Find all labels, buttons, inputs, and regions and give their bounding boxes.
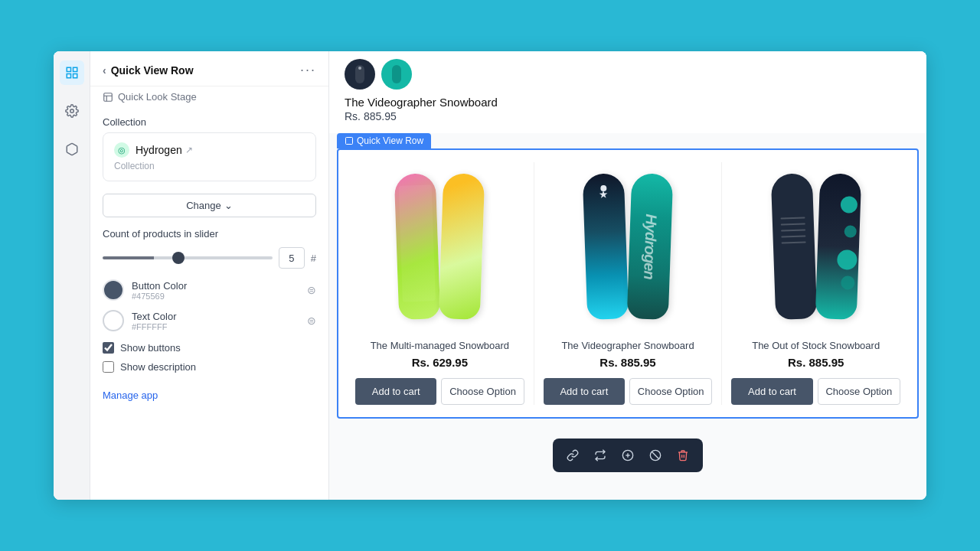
- text-color-label: Text Color: [132, 311, 177, 322]
- board-3-left: [770, 173, 817, 320]
- show-description-checkbox[interactable]: [103, 361, 114, 373]
- product-image-1: [355, 162, 524, 331]
- collection-sub-label: Collection: [114, 161, 305, 171]
- manage-app-link[interactable]: Manage app: [103, 390, 158, 401]
- product-image-2: ★ Hydrogen: [544, 162, 713, 331]
- product-buttons-2: Add to cart Choose Option: [544, 378, 713, 405]
- product-price-3: Rs. 885.95: [788, 356, 844, 369]
- toolbar-delete-btn[interactable]: [672, 445, 694, 466]
- text-color-info: Text Color #FFFFFF: [132, 311, 177, 331]
- product-count-slider[interactable]: [103, 256, 273, 259]
- products-section: The Multi-managed Snowboard Rs. 629.95 A…: [337, 148, 919, 419]
- text-color-swatch[interactable]: [103, 310, 124, 331]
- chevron-down-icon: ⌄: [224, 200, 233, 211]
- add-to-cart-button-3[interactable]: Add to cart: [731, 378, 812, 405]
- toolbar-move-btn[interactable]: [590, 445, 611, 466]
- quick-look-stage-label: Quick Look Stage: [118, 91, 197, 103]
- more-options-button[interactable]: ···: [300, 62, 316, 78]
- button-color-info: Button Color #475569: [132, 280, 187, 301]
- product-buttons-3: Add to cart Choose Option: [731, 378, 900, 405]
- button-color-hex: #475569: [132, 292, 187, 301]
- above-product-title: The Videographer Snowboard: [345, 96, 498, 109]
- text-color-row: Text Color #FFFFFF ⊜: [103, 310, 316, 331]
- svg-rect-8: [392, 65, 401, 83]
- button-color-left: Button Color #475569: [103, 279, 187, 301]
- sidebar-icon-strip: [54, 51, 90, 500]
- board-1-right: [439, 173, 485, 320]
- quick-look-stage: Quick Look Stage: [90, 86, 328, 110]
- board-1-left: [394, 173, 441, 320]
- button-color-swatch[interactable]: [103, 279, 124, 301]
- product-price-1: Rs. 629.95: [412, 356, 468, 369]
- toolbar-disable-btn[interactable]: [645, 445, 666, 466]
- back-arrow-icon[interactable]: ‹: [103, 64, 106, 77]
- show-description-label: Show description: [120, 361, 196, 373]
- avatar-dark: [345, 59, 375, 90]
- svg-rect-9: [346, 138, 353, 145]
- product-price-2: Rs. 885.95: [599, 356, 655, 369]
- button-color-row: Button Color #475569 ⊜: [103, 279, 316, 301]
- show-description-row[interactable]: Show description: [103, 361, 316, 373]
- quick-view-row-icon: [345, 136, 354, 145]
- svg-rect-3: [73, 74, 77, 78]
- board-3-right: [815, 173, 861, 320]
- main-content: The Videographer Snowboard Rs. 885.95 Qu…: [329, 51, 926, 500]
- show-buttons-row[interactable]: Show buttons: [103, 342, 316, 354]
- slider-unit: #: [311, 253, 316, 264]
- snowboard-outofstock: [773, 170, 859, 323]
- product-name-1: The Multi-managed Snowboard: [371, 340, 509, 351]
- product-card-3: The Out of Stock Snowboard Rs. 885.95 Ad…: [722, 162, 910, 405]
- avatar-teal: [381, 59, 412, 90]
- slider-label: Count of products in slider: [103, 228, 316, 240]
- external-link-icon[interactable]: ↗: [185, 145, 193, 155]
- main-wrapper: The Videographer Snowboard Rs. 885.95 Qu…: [329, 51, 926, 500]
- settings-icon-btn[interactable]: [60, 99, 84, 123]
- above-row: The Videographer Snowboard Rs. 885.95: [329, 51, 926, 133]
- toolbar-add-btn[interactable]: [617, 445, 639, 466]
- product-image-3: [731, 162, 900, 331]
- svg-rect-2: [67, 74, 70, 78]
- show-buttons-label: Show buttons: [120, 342, 181, 354]
- collection-card: ◎ Hydrogen ↗ Collection: [103, 132, 316, 181]
- manage-app-section: Manage app: [90, 373, 328, 402]
- products-grid: The Multi-managed Snowboard Rs. 629.95 A…: [346, 162, 910, 405]
- sidebar-header: ‹ Quick View Row ···: [90, 51, 328, 86]
- change-button[interactable]: Change ⌄: [103, 194, 316, 217]
- snowboard-multimanaged: [397, 170, 482, 323]
- board-2-left: ★: [583, 173, 629, 320]
- board-2-right: Hydrogen: [627, 173, 674, 320]
- layout-icon-btn[interactable]: [60, 60, 84, 85]
- text-color-db-icon[interactable]: ⊜: [307, 315, 316, 327]
- add-to-cart-button-2[interactable]: Add to cart: [544, 378, 625, 405]
- svg-point-7: [358, 67, 361, 70]
- choose-option-button-2[interactable]: Choose Option: [629, 378, 712, 405]
- button-color-label: Button Color: [132, 280, 187, 292]
- button-color-db-icon[interactable]: ⊜: [307, 284, 316, 296]
- snowboard-videographer: ★ Hydrogen: [585, 170, 671, 323]
- choose-option-button-3[interactable]: Choose Option: [818, 378, 900, 405]
- slider-value: 5: [279, 247, 305, 269]
- product-name-3: The Out of Stock Snowboard: [752, 340, 880, 351]
- svg-rect-0: [67, 67, 70, 71]
- checkbox-section: Show buttons Show description: [90, 331, 328, 373]
- svg-rect-1: [73, 67, 77, 71]
- sidebar-header-title-group: ‹ Quick View Row: [103, 64, 194, 77]
- choose-option-button-1[interactable]: Choose Option: [441, 378, 524, 405]
- board-hydrogen-text: Hydrogen: [640, 214, 660, 279]
- sidebar-title: Quick View Row: [111, 64, 194, 77]
- slider-row: 5 #: [103, 247, 316, 269]
- text-color-hex: #FFFFFF: [132, 322, 177, 331]
- product-card-2: ★ Hydrogen The Videographer Snowboard Rs…: [534, 162, 723, 405]
- blocks-icon-btn[interactable]: [60, 137, 84, 161]
- collection-card-inner: ◎ Hydrogen ↗: [114, 142, 305, 158]
- add-to-cart-button-1[interactable]: Add to cart: [355, 378, 436, 405]
- sidebar-main-panel: ‹ Quick View Row ··· Quick Look Stage Co…: [90, 51, 328, 500]
- svg-line-14: [652, 452, 658, 458]
- quick-view-row-label: Quick View Row: [337, 133, 431, 148]
- collection-icon: ◎: [114, 142, 129, 158]
- product-buttons-1: Add to cart Choose Option: [355, 378, 524, 405]
- show-buttons-checkbox[interactable]: [103, 342, 114, 354]
- toolbar-link-btn[interactable]: [562, 445, 583, 466]
- collection-section-label: Collection: [90, 110, 328, 132]
- collection-name: Hydrogen ↗: [136, 144, 193, 156]
